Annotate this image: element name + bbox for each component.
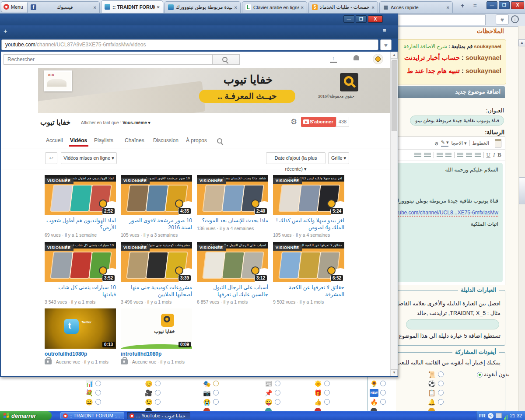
color-pen-icon[interactable]: ✎ ▾ bbox=[441, 140, 449, 147]
fonts-dropdown[interactable]: الخطوط bbox=[472, 140, 489, 146]
icon-radio[interactable] bbox=[324, 399, 330, 405]
video-thumbnail[interactable]: لغز يبدو سهلا ولكنه ليس كذلك ! الملك VIS… bbox=[273, 175, 344, 215]
channel-search-icon[interactable] bbox=[217, 138, 222, 144]
language-indicator[interactable]: FR bbox=[479, 413, 486, 418]
tab-accueil[interactable]: Accueil bbox=[46, 137, 63, 144]
icon-radio[interactable] bbox=[95, 399, 101, 405]
video-card[interactable]: لماذ الهولنديون هم اطول شعوب ا VISIONNÉE… bbox=[45, 175, 116, 238]
subscribe-button[interactable]: S'abonner bbox=[301, 117, 336, 127]
icon-radio[interactable] bbox=[324, 381, 330, 386]
icon-radio[interactable] bbox=[324, 390, 330, 396]
video-title[interactable]: 10 صور مرشحة لاقوى الصور لسنة 2016 bbox=[121, 217, 192, 231]
tab-close-icon[interactable]: × bbox=[447, 5, 449, 10]
video-card[interactable]: 10 صور مرشحة لاقوى الصور لس VISIONNÉE 4:… bbox=[121, 175, 192, 238]
tab-menu-button[interactable]: ≡ bbox=[383, 27, 386, 34]
signal-icon[interactable] bbox=[504, 412, 508, 420]
tab-topic[interactable]: ـيدة مربوطة بوطن نيتووورك × bbox=[164, 1, 241, 13]
icon-radio[interactable] bbox=[213, 399, 219, 405]
sizes-dropdown[interactable]: الاحجا ▾ bbox=[451, 140, 466, 146]
paste-icon[interactable] bbox=[495, 139, 501, 147]
tab-chaines[interactable]: Chaînes bbox=[125, 137, 144, 144]
video-title[interactable]: أسباب على الرجال التبول جالسين عليك ان ت… bbox=[197, 284, 268, 298]
video-thumbnail[interactable]: 10 سيارات يتمنى كل شاب في VISIONNÉE 3:52 bbox=[45, 242, 116, 282]
indent-icon[interactable] bbox=[424, 153, 431, 158]
download-icon[interactable]: ↓ bbox=[511, 15, 519, 23]
scroll-up[interactable]: ▲ bbox=[391, 52, 398, 59]
video-card[interactable]: t Twitter 0:13 outrofullhd1080p · Aucune… bbox=[45, 308, 116, 364]
notifications-bell-icon[interactable] bbox=[354, 55, 359, 60]
gear-icon[interactable]: ⚙ bbox=[290, 117, 297, 126]
notice-line[interactable]: soukaynael : حساب أخبار ترايدنت bbox=[404, 54, 501, 62]
tab-close-icon[interactable]: × bbox=[372, 5, 374, 10]
tab-clavier[interactable]: L Clavier arabe en ligne LE × bbox=[242, 1, 307, 13]
video-thumbnail[interactable]: مشروعات كوميدية جنى منها اصحا VISIONNÉE … bbox=[121, 242, 192, 282]
tab-close-icon[interactable]: × bbox=[301, 5, 304, 10]
align-left-icon[interactable] bbox=[457, 153, 463, 158]
icon-radio[interactable] bbox=[438, 381, 444, 386]
youtube-scrollbar[interactable]: ▲ ▼ bbox=[390, 52, 398, 376]
search-button[interactable] bbox=[213, 54, 240, 65]
icon-radio[interactable] bbox=[213, 390, 219, 396]
close-button[interactable]: X bbox=[511, 1, 524, 9]
tab-khamsat[interactable]: 5 خمسات - طلبات الخدمات × bbox=[308, 1, 378, 13]
tab-speed-dial[interactable]: ▦ Accès rapide × bbox=[379, 1, 453, 13]
video-thumbnail[interactable]: شاهد ماذا يحدث للإنسان بعد ا VISIONNÉE 2… bbox=[197, 175, 268, 215]
icon-radio[interactable] bbox=[275, 399, 280, 405]
bullet-list-icon[interactable] bbox=[437, 153, 443, 158]
icon-radio[interactable] bbox=[438, 399, 444, 405]
video-card[interactable]: خفايا تيوب 0:09 introfullhd1080p · Aucun… bbox=[121, 308, 192, 364]
view-as[interactable]: Afficher en tant que : Vous-même ▾ bbox=[81, 120, 150, 125]
bold-button[interactable]: B bbox=[497, 151, 501, 158]
video-thumbnail[interactable]: t Twitter 0:13 bbox=[45, 308, 116, 349]
back-url-input[interactable] bbox=[397, 14, 486, 25]
search-input[interactable] bbox=[4, 54, 213, 65]
icon-radio[interactable] bbox=[380, 390, 386, 396]
video-card[interactable]: اسباب على الرجال التبول جالسين عليك VISI… bbox=[197, 242, 268, 304]
video-card[interactable]: حقائق لا تعرفها عن الكعبة ال VISIONNÉE 6… bbox=[273, 242, 344, 304]
icon-radio[interactable] bbox=[95, 390, 101, 396]
notice-line[interactable]: soukaynael : تنبيه هام جدا عند ط bbox=[407, 67, 501, 75]
icon-radio[interactable] bbox=[380, 399, 386, 405]
hidden-icons-chevron[interactable]: < bbox=[488, 413, 494, 419]
align-right-icon[interactable] bbox=[475, 153, 481, 158]
taskbar-button-forum[interactable]: :: TRAIDNT FORUM :... bbox=[60, 412, 124, 419]
numbered-list-icon[interactable] bbox=[445, 153, 452, 158]
video-title[interactable]: ماذا يحدث للإنسان بعد الموت؟ bbox=[197, 217, 268, 224]
video-card[interactable]: شاهد ماذا يحدث للإنسان بعد ا VISIONNÉE 2… bbox=[197, 175, 268, 231]
tags-input[interactable] bbox=[406, 319, 499, 329]
bookmark-heart-icon[interactable]: ♥ bbox=[380, 39, 392, 50]
tab-menu-button[interactable]: ≡ bbox=[470, 2, 480, 10]
no-icon-radio[interactable] bbox=[477, 372, 483, 378]
back-scroll-thumb[interactable] bbox=[519, 177, 525, 204]
start-button[interactable]: démarrer bbox=[0, 411, 52, 420]
back-arrow-button[interactable]: ↩ bbox=[45, 152, 57, 164]
icon-radio[interactable] bbox=[155, 399, 161, 405]
underline-button[interactable]: U bbox=[486, 151, 490, 158]
video-card[interactable]: 10 سيارات يتمنى كل شاب في VISIONNÉE 3:52… bbox=[45, 242, 116, 304]
minimize-button[interactable]: — bbox=[486, 1, 497, 9]
restore-button[interactable]: ❐ bbox=[356, 15, 367, 23]
bookmark-heart-icon[interactable]: ♥ bbox=[496, 14, 509, 24]
video-thumbnail[interactable]: 10 صور مرشحة لاقوى الصور لس VISIONNÉE 4:… bbox=[121, 175, 192, 215]
scroll-down[interactable]: ▼ bbox=[391, 369, 398, 376]
icon-radio[interactable] bbox=[213, 381, 219, 386]
tab-traidnt-forum[interactable]: :: TRAIDNT FORUM :: - × bbox=[101, 0, 163, 13]
back-scroll-up[interactable]: ▲ bbox=[518, 39, 525, 46]
outdent-icon[interactable] bbox=[414, 153, 421, 158]
tab-playlists[interactable]: Playlists bbox=[94, 137, 113, 144]
align-center-icon[interactable] bbox=[466, 153, 472, 158]
icon-radio[interactable] bbox=[275, 381, 280, 386]
video-title[interactable]: outrofullhd1080p bbox=[45, 351, 116, 358]
tab-close-icon[interactable]: × bbox=[157, 4, 160, 10]
new-tab-button[interactable]: + bbox=[4, 27, 7, 35]
icon-radio[interactable] bbox=[438, 390, 444, 396]
new-tab-button[interactable]: + bbox=[458, 2, 467, 10]
icon-radio[interactable] bbox=[275, 390, 280, 396]
video-title[interactable]: introfullhd1080p bbox=[121, 351, 192, 358]
address-bar[interactable]: youtube.com/channel/UCL87A9vE3XE75-6mfxl… bbox=[1, 39, 378, 50]
video-card[interactable]: لغز يبدو سهلا ولكنه ليس كذلك ! الملك VIS… bbox=[273, 175, 344, 238]
icon-radio[interactable] bbox=[155, 390, 161, 396]
minimize-button[interactable]: — bbox=[343, 15, 354, 23]
tab-facebook[interactable]: f فيسبوك × bbox=[27, 1, 100, 13]
notice-line[interactable]: soukaynael قم بمتابعة : شرح الاضافة الخا… bbox=[404, 43, 502, 49]
